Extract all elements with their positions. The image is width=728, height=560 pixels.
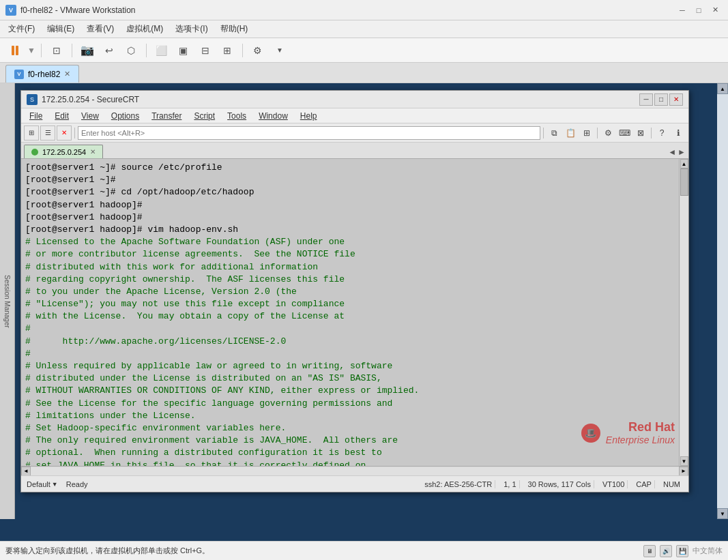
main-scroll-track	[717, 94, 728, 508]
scrt-maximize-button[interactable]: □	[654, 93, 668, 106]
scrt-scroll-down[interactable]: ▼	[680, 456, 688, 466]
scrt-profile-arrow: ▼	[52, 481, 58, 488]
redhat-watermark: 🎩 Red Hat Enterprise Linux	[581, 420, 675, 445]
scrt-profile-label: Default	[27, 480, 50, 488]
pause-button[interactable]	[5, 42, 25, 59]
scrt-address-input[interactable]	[78, 126, 540, 140]
vmware-tab-close[interactable]: ✕	[64, 70, 70, 78]
vmware-tabbar: V f0-rhel82 ✕	[0, 63, 728, 83]
scrt-status-ready: Ready	[63, 480, 416, 488]
terminal-line: # Set Hadoop-specific environment variab…	[25, 422, 675, 434]
fullscreen-button[interactable]: ⬜	[152, 42, 171, 59]
scrt-menu-transfer[interactable]: Transfer	[146, 110, 187, 121]
terminal-line: [root@server1 hadoop]#	[25, 211, 675, 224]
scrt-scroll-thumb[interactable]	[680, 168, 688, 196]
menu-vm[interactable]: 虚拟机(M)	[121, 22, 169, 36]
main-scroll-up[interactable]: ▲	[717, 83, 728, 94]
vmware-minimize-button[interactable]: ─	[675, 3, 690, 17]
vm-content-area[interactable]: Session Manager ▲ ▼ S 172.25.0.254 - Sec…	[0, 83, 728, 519]
scrt-tab-arrows: ◄ ►	[668, 147, 686, 158]
menu-edit[interactable]: 编辑(E)	[42, 22, 80, 36]
terminal-line: [root@server1 ~]# source /etc/profile	[25, 162, 675, 174]
scrt-terminal[interactable]: [root@server1 ~]# source /etc/profile[ro…	[21, 159, 688, 466]
scrt-hscroll-track	[31, 467, 679, 475]
terminal-line: # distributed with this work for additio…	[25, 261, 675, 274]
scrt-close-button[interactable]: ✕	[669, 93, 683, 106]
scrt-tab-right-arrow[interactable]: ►	[678, 147, 686, 157]
terminal-line: # optional. When running a distributed c…	[25, 447, 675, 459]
scrt-toolbar-sep-2	[543, 128, 544, 138]
vmware-toolbar: ▼ ⊡ 📷 ↩ ⬡ ⬜ ▣ ⊟ ⊞ ⚙ ▼	[0, 38, 728, 63]
terminal-line: # regarding copyright ownership. The ASF…	[25, 274, 675, 286]
terminal-line: [root@server1 ~]#	[25, 174, 675, 186]
menu-view[interactable]: 查看(V)	[81, 22, 119, 36]
vmware-hint-bar: 要将输入定向到该虚拟机，请在虚拟机内部单击或按 Ctrl+G。 🖥 🔊 💾 中文…	[0, 541, 728, 560]
scrt-titlebar-left: S 172.25.0.254 - SecureCRT	[27, 94, 139, 105]
display2-button[interactable]: ⊞	[218, 42, 237, 59]
scrt-menu-script[interactable]: Script	[188, 110, 220, 121]
scrt-tool-sessions[interactable]: ☰	[40, 126, 55, 141]
unity-button[interactable]: ▣	[174, 42, 193, 59]
vmware-tab-f0[interactable]: V f0-rhel82 ✕	[5, 65, 79, 83]
terminal-line: # with the License. You may obtain a cop…	[25, 310, 675, 323]
settings-button[interactable]: ⚙	[248, 42, 267, 59]
toolbar-sep-4	[242, 44, 243, 57]
scrt-status-position: 1, 1	[501, 480, 519, 488]
vmware-close-button[interactable]: ✕	[708, 3, 723, 17]
terminal-line: # limitations under the License.	[25, 410, 675, 422]
scrt-tool-print[interactable]: ⊞	[579, 126, 594, 141]
restore-button[interactable]: ↩	[100, 42, 119, 59]
scrt-tab-close[interactable]: ✕	[90, 148, 96, 156]
terminal-line: [root@server1 hadoop]#	[25, 199, 675, 211]
scrt-menubar: File Edit View Options Transfer Script T…	[21, 108, 688, 123]
scrt-minimize-button[interactable]: ─	[639, 93, 653, 106]
scrt-hscroll-right[interactable]: ►	[679, 467, 688, 476]
scrt-tool-help[interactable]: ?	[654, 126, 669, 141]
scrt-tool-disconnect[interactable]: ✕	[57, 126, 72, 141]
display-button[interactable]: ⊟	[196, 42, 215, 59]
scrt-tabbar: 172.25.0.254 ✕ ◄ ►	[21, 143, 688, 159]
scrt-tool-about[interactable]: ℹ	[671, 126, 686, 141]
scrt-hscrollbar[interactable]: ◄ ►	[21, 466, 688, 475]
vmware-maximize-button[interactable]: □	[691, 3, 706, 17]
terminal-line: # set JAVA_HOME in this file, so that it…	[25, 460, 675, 467]
scrt-menu-edit[interactable]: Edit	[49, 110, 74, 121]
scrt-tool-copy[interactable]: ⧉	[547, 126, 562, 141]
scrt-tool-connect[interactable]: ⊞	[24, 126, 39, 141]
scrt-tool-settings[interactable]: ⚙	[600, 126, 615, 141]
redhat-logo-icon: 🎩	[581, 424, 600, 443]
scrt-profile-dropdown[interactable]: Default ▼	[27, 480, 58, 488]
menu-tabs[interactable]: 选项卡(I)	[170, 22, 213, 36]
redhat-logo-text: Red Hat Enterprise Linux	[606, 420, 675, 445]
terminal-line: # The only required environment variable…	[25, 434, 675, 447]
scrt-scrollbar[interactable]: ▲ ▼	[679, 159, 688, 466]
menu-file[interactable]: 文件(F)	[3, 22, 40, 36]
session-manager-sidebar[interactable]: Session Manager	[0, 83, 15, 519]
scrt-tool-paste[interactable]: 📋	[563, 126, 578, 141]
scrt-menu-file[interactable]: File	[24, 110, 48, 121]
terminal-line: # Unless required by applicable law or a…	[25, 360, 675, 372]
scrt-hscroll-left[interactable]: ◄	[21, 467, 31, 476]
scrt-terminal-content[interactable]: [root@server1 ~]# source /etc/profile[ro…	[21, 159, 679, 466]
scrt-menu-options[interactable]: Options	[106, 110, 145, 121]
power-button[interactable]: ⊡	[47, 42, 66, 59]
scrt-menu-window[interactable]: Window	[253, 110, 293, 121]
snapshot-button[interactable]: 📷	[78, 42, 97, 59]
scrt-tab-left-arrow[interactable]: ◄	[668, 147, 676, 157]
scrt-tool-keys[interactable]: ⌨	[617, 126, 632, 141]
scrt-tab-host[interactable]: 172.25.0.254 ✕	[24, 145, 103, 158]
menu-help[interactable]: 帮助(H)	[215, 22, 254, 36]
main-scrollbar[interactable]: ▲ ▼	[717, 83, 728, 519]
snapshot2-button[interactable]: ⬡	[121, 42, 141, 59]
scrt-toolbar-sep-4	[651, 128, 652, 138]
scrt-menu-tools[interactable]: Tools	[222, 110, 252, 121]
scrt-menu-view[interactable]: View	[76, 110, 104, 121]
scrt-tool-map[interactable]: ⊠	[633, 126, 648, 141]
scrt-scroll-up[interactable]: ▲	[680, 159, 688, 168]
terminal-line: # WITHOUT WARRANTIES OR CONDITIONS OF AN…	[25, 385, 675, 397]
pause-icon	[12, 46, 18, 55]
scrt-menu-help[interactable]: Help	[295, 110, 323, 121]
settings2-button[interactable]: ▼	[270, 42, 289, 59]
main-scroll-down[interactable]: ▼	[717, 508, 728, 519]
toolbar-sep-3	[146, 44, 147, 57]
